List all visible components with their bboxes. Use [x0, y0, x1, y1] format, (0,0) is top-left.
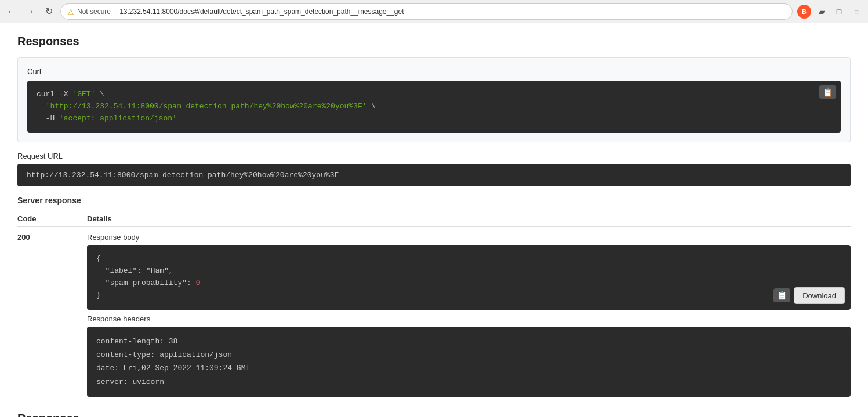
- curl-line3: -H 'accept: application/json': [37, 114, 177, 123]
- table-row: 200 Response body { "label": "Ham", "spa…: [17, 227, 851, 403]
- response-table: Code Details 200 Response body { "label"…: [17, 211, 851, 403]
- brave-icon: B: [797, 5, 811, 19]
- download-area: 📋 Download: [773, 287, 845, 304]
- response-body-copy-button[interactable]: 📋: [773, 288, 790, 302]
- back-button[interactable]: ←: [5, 5, 19, 19]
- server-response-title: Server response: [17, 196, 851, 205]
- header-line1: content-length: 38: [96, 337, 177, 346]
- response-headers-label: Response headers: [87, 314, 851, 323]
- curl-line1: curl -X 'GET' \: [37, 90, 104, 98]
- code-value: 200: [17, 227, 87, 403]
- not-secure-label: Not secure: [77, 8, 111, 16]
- address-bar[interactable]: △ Not secure | 13.232.54.11:8000/docs#/d…: [60, 3, 793, 20]
- details-header: Details: [87, 211, 851, 227]
- code-header: Code: [17, 211, 87, 227]
- server-response-section: Server response Code Details 200 Respons…: [17, 196, 851, 403]
- responses-title: Responses: [17, 35, 851, 48]
- response-body-block: { "label": "Ham", "spam_probability": 0 …: [87, 245, 851, 309]
- url-display: 13.232.54.11:8000/docs#/default/detect_s…: [119, 8, 404, 16]
- rb-line3: "spam_probability": 0: [96, 279, 200, 287]
- bottom-responses-section: Responses Code Description Links 200 Suc…: [17, 412, 851, 417]
- response-headers-block: content-length: 38 content-type: applica…: [87, 327, 851, 397]
- request-url-value: http://13.232.54.11:8000/spam_detection_…: [17, 164, 851, 186]
- rb-line4: }: [96, 291, 101, 299]
- profile-button[interactable]: □: [832, 5, 846, 19]
- extensions-button[interactable]: ▰: [815, 5, 829, 19]
- response-body-label: Response body: [87, 233, 851, 242]
- header-line2: content-type: application/json: [96, 350, 232, 359]
- warning-icon: △: [68, 7, 74, 16]
- bottom-responses-title: Responses: [17, 412, 851, 417]
- curl-code-block: curl -X 'GET' \ 'http://13.232.54.11:800…: [27, 81, 841, 133]
- browser-chrome: ← → ↻ △ Not secure | 13.232.54.11:8000/d…: [0, 0, 868, 23]
- header-line4: server: uvicorn: [96, 378, 164, 386]
- menu-button[interactable]: ≡: [849, 5, 863, 19]
- curl-line2: 'http://13.232.54.11:8000/spam_detection…: [37, 102, 376, 111]
- separator: |: [114, 8, 116, 16]
- page-content: Responses Curl curl -X 'GET' \ 'http://1…: [0, 23, 868, 417]
- curl-section: Curl curl -X 'GET' \ 'http://13.232.54.1…: [17, 57, 851, 142]
- reload-button[interactable]: ↻: [42, 5, 56, 19]
- download-button[interactable]: Download: [794, 287, 845, 304]
- browser-actions: B ▰ □ ≡: [797, 5, 863, 19]
- curl-copy-button[interactable]: 📋: [819, 85, 836, 99]
- details-cell: Response body { "label": "Ham", "spam_pr…: [87, 227, 851, 403]
- forward-button[interactable]: →: [23, 5, 37, 19]
- request-url-section: Request URL http://13.232.54.11:8000/spa…: [17, 152, 851, 186]
- curl-label: Curl: [27, 67, 841, 76]
- request-url-label: Request URL: [17, 152, 851, 160]
- header-line3: date: Fri,02 Sep 2022 11:09:24 GMT: [96, 364, 250, 372]
- rb-line2: "label": "Ham",: [96, 266, 173, 275]
- rb-line1: {: [96, 254, 101, 263]
